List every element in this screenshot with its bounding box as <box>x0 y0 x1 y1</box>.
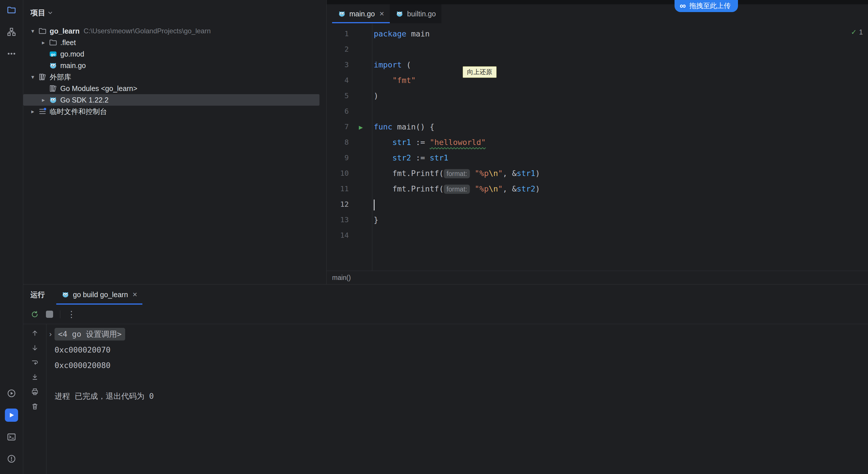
code-line[interactable] <box>372 41 374 57</box>
activity-terminal-icon[interactable] <box>5 431 18 444</box>
arrow-down-icon[interactable] <box>31 344 39 352</box>
code-line[interactable]: } <box>372 212 378 228</box>
code-row: 9 str2 := str1 <box>327 150 868 166</box>
gopher-icon <box>396 10 404 18</box>
console-chip[interactable]: <4 go 设置调用> <box>55 328 125 340</box>
code-line[interactable]: ) <box>372 88 378 103</box>
console-output[interactable]: ›<4 go 设置调用> 0xc000020070 0xc000020080 进… <box>46 324 868 474</box>
activity-run-icon[interactable] <box>5 409 18 422</box>
code-line[interactable]: func main() { <box>372 119 434 135</box>
scroll-end-icon[interactable] <box>31 373 39 381</box>
chevron-right-icon[interactable]: ▸ <box>38 96 49 103</box>
code-line[interactable]: fmt.Printf(format: "%p\n", &str2) <box>372 181 540 197</box>
console-text: 0xc000020070 <box>55 345 111 354</box>
activity-services-icon[interactable] <box>5 387 18 400</box>
line-number[interactable]: 1 <box>327 26 372 41</box>
tree-item-label: go_learn <box>50 27 80 35</box>
code-token: str1 <box>517 169 535 178</box>
soft-wrap-icon[interactable] <box>31 359 39 366</box>
editor-tab-builtin.go[interactable]: builtin.go <box>390 4 441 23</box>
tree-item-go_learn[interactable]: ▾go_learnC:\Users\meowr\GolandProjects\g… <box>23 25 319 37</box>
code-line[interactable]: "fmt" <box>372 72 415 88</box>
console-line: ›<4 go 设置调用> <box>48 326 868 342</box>
editor-tab-main.go[interactable]: main.go× <box>332 4 390 23</box>
line-number[interactable]: 5 <box>327 88 372 103</box>
code-line[interactable]: package main <box>372 26 430 41</box>
run-tab-label: go build go_learn <box>73 291 128 299</box>
close-icon[interactable]: × <box>133 290 137 299</box>
clear-icon[interactable] <box>31 403 39 410</box>
activity-more-tools-icon[interactable] <box>5 47 18 60</box>
line-number[interactable]: 13 <box>327 212 372 228</box>
expand-icon[interactable]: › <box>48 330 55 338</box>
code-token: " <box>498 169 503 178</box>
services-icon <box>7 388 17 398</box>
code-token: str2 <box>517 184 535 193</box>
folder-icon <box>38 27 47 35</box>
chevron-right-icon[interactable]: ▸ <box>38 39 49 46</box>
code-token <box>374 153 392 162</box>
code-token: := <box>411 138 430 147</box>
restore-up-tooltip[interactable]: 向上还原 <box>463 66 497 78</box>
code-line[interactable] <box>372 228 374 243</box>
console-line <box>48 373 868 388</box>
code-token <box>374 138 392 147</box>
line-number[interactable]: 6 <box>327 103 372 119</box>
code-token: "%p <box>475 184 489 193</box>
console-indent <box>48 345 55 354</box>
tree-item-main.go[interactable]: main.go <box>23 60 319 71</box>
code-line[interactable]: import ( <box>372 57 411 72</box>
breadcrumb-item[interactable]: main() <box>332 274 351 282</box>
tree-item-外部库[interactable]: ▾外部库 <box>23 71 319 83</box>
rerun-icon[interactable] <box>30 310 39 319</box>
stop-icon[interactable] <box>46 310 53 318</box>
more-tools-icon <box>7 49 17 59</box>
code-line[interactable]: str1 := "helloworld" <box>372 135 486 150</box>
activity-project-icon[interactable] <box>5 3 18 17</box>
line-number[interactable]: 9 <box>327 150 372 166</box>
run-line-icon[interactable]: ▶ <box>359 119 363 135</box>
activity-structure-icon[interactable] <box>5 25 18 38</box>
print-icon[interactable] <box>31 388 39 396</box>
chevron-down-icon[interactable]: ▾ <box>27 73 38 80</box>
line-number[interactable]: 2 <box>327 41 372 57</box>
code-token: "%p <box>475 169 489 178</box>
toolbar-separator <box>60 310 60 318</box>
line-number[interactable]: 14 <box>327 228 372 243</box>
terminal-icon <box>7 432 17 442</box>
breadcrumb[interactable]: main() <box>327 271 868 284</box>
line-number[interactable]: 4 <box>327 72 372 88</box>
line-number[interactable]: 3 <box>327 57 372 72</box>
tree-item-Go SDK 1.22.2[interactable]: ▸Go SDK 1.22.2 <box>23 94 319 106</box>
activity-problems-icon[interactable] <box>5 452 18 465</box>
line-number[interactable]: 10 <box>327 166 372 181</box>
tree-item-label: Go Modules <go_learn> <box>60 84 137 93</box>
code-line[interactable]: str2 := str1 <box>372 150 448 166</box>
upload-drop-pill[interactable]: ∞ 拖拽至此上传 <box>675 0 738 12</box>
line-number[interactable]: 8 <box>327 135 372 150</box>
activity-bar <box>0 0 23 474</box>
run-tab-go-build[interactable]: go build go_learn × <box>56 285 143 305</box>
code-line[interactable] <box>372 103 374 119</box>
tree-item-临时文件和控制台[interactable]: ▸临时文件和控制台 <box>23 106 319 117</box>
tree-item-.fleet[interactable]: ▸.fleet <box>23 37 319 48</box>
code-line[interactable]: fmt.Printf(format: "%p\n", &str1) <box>372 166 540 181</box>
project-panel-header[interactable]: 项目 <box>23 0 327 25</box>
chevron-down-icon[interactable]: ▾ <box>27 28 38 34</box>
line-number[interactable]: 7▶ <box>327 119 372 135</box>
tree-item-Go Modules <go_learn>[interactable]: Go Modules <go_learn> <box>23 83 319 94</box>
code-row: 6 <box>327 103 868 119</box>
close-icon[interactable]: × <box>379 9 384 19</box>
chevron-right-icon[interactable]: ▸ <box>27 108 38 115</box>
more-options-icon[interactable]: ⋮ <box>67 310 76 319</box>
code-line[interactable] <box>372 197 375 212</box>
tree-item-label: 临时文件和控制台 <box>50 107 107 116</box>
library-icon <box>49 84 57 93</box>
tab-label: main.go <box>349 10 375 18</box>
code-token: , & <box>503 169 517 178</box>
code-row: 3import ( <box>327 57 868 72</box>
line-number[interactable]: 12 <box>327 197 372 212</box>
tree-item-go.mod[interactable]: gogo.mod <box>23 48 319 60</box>
line-number[interactable]: 11 <box>327 181 372 197</box>
arrow-up-icon[interactable] <box>31 329 39 337</box>
